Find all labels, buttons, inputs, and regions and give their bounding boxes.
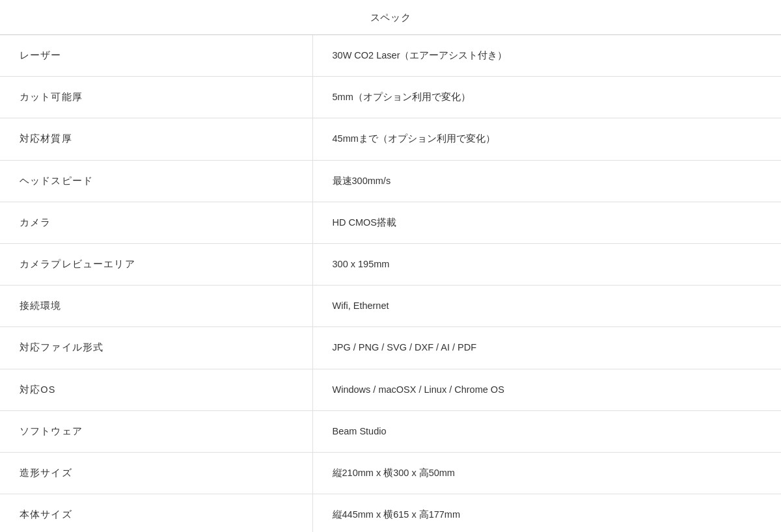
specs-table: スペック レーザー30W CO2 Laser（エアーアシスト付き）カット可能厚5… [0, 0, 781, 532]
table-header: スペック [0, 0, 781, 35]
spec-label: 対応ファイル形式 [0, 327, 312, 369]
spec-label: レーザー [0, 35, 312, 77]
table-row: カメラプレビューエリア300 x 195mm [0, 243, 781, 285]
spec-label: 造形サイズ [0, 452, 312, 494]
spec-value: 30W CO2 Laser（エアーアシスト付き） [312, 35, 781, 77]
table-row: ヘッドスピード最速300mm/s [0, 160, 781, 202]
table-row: レーザー30W CO2 Laser（エアーアシスト付き） [0, 35, 781, 77]
spec-value: HD CMOS搭載 [312, 202, 781, 243]
spec-value: Windows / macOSX / Linux / Chrome OS [312, 369, 781, 410]
spec-label: 対応OS [0, 369, 312, 410]
table-row: 本体サイズ縦445mm x 横615 x 高177mm [0, 494, 781, 532]
spec-value: Wifi, Ethernet [312, 286, 781, 327]
table-row: カット可能厚5mm（オプション利用で変化） [0, 77, 781, 118]
spec-label: 対応材質厚 [0, 118, 312, 160]
spec-value: 縦210mm x 横300 x 高50mm [312, 452, 781, 494]
spec-value: Beam Studio [312, 410, 781, 452]
spec-value: 45mmまで（オプション利用で変化） [312, 118, 781, 160]
spec-label: 接続環境 [0, 286, 312, 327]
spec-label: カメラプレビューエリア [0, 243, 312, 285]
table-row: 対応OSWindows / macOSX / Linux / Chrome OS [0, 369, 781, 410]
spec-value: 最速300mm/s [312, 160, 781, 202]
table-row: 接続環境Wifi, Ethernet [0, 286, 781, 327]
spec-label: カット可能厚 [0, 77, 312, 118]
spec-value: 300 x 195mm [312, 243, 781, 285]
spec-label: 本体サイズ [0, 494, 312, 532]
spec-value: JPG / PNG / SVG / DXF / AI / PDF [312, 327, 781, 369]
spec-label: ヘッドスピード [0, 160, 312, 202]
spec-label: ソフトウェア [0, 410, 312, 452]
spec-value: 5mm（オプション利用で変化） [312, 77, 781, 118]
spec-label: カメラ [0, 202, 312, 243]
table-row: カメラHD CMOS搭載 [0, 202, 781, 243]
table-row: 対応ファイル形式JPG / PNG / SVG / DXF / AI / PDF [0, 327, 781, 369]
table-row: ソフトウェアBeam Studio [0, 410, 781, 452]
spec-value: 縦445mm x 横615 x 高177mm [312, 494, 781, 532]
table-row: 造形サイズ縦210mm x 横300 x 高50mm [0, 452, 781, 494]
table-row: 対応材質厚45mmまで（オプション利用で変化） [0, 118, 781, 160]
